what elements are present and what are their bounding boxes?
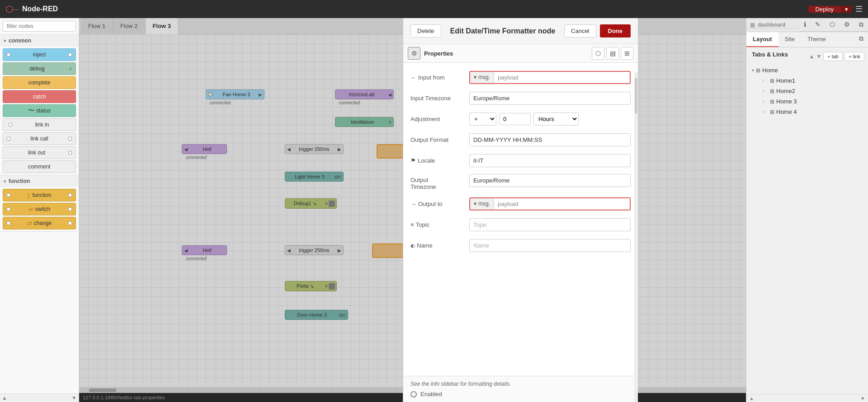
sort-down-btn[interactable]: ▼ — [816, 53, 821, 60]
output-format-field — [469, 133, 631, 146]
name-input[interactable] — [469, 239, 631, 252]
info-icon-btn[interactable]: ℹ — [799, 18, 811, 31]
palette-scroll-down[interactable]: ▼ — [71, 395, 77, 401]
locale-field — [469, 154, 631, 167]
comment-label: comment — [28, 164, 50, 170]
home4-arrow: › — [763, 109, 768, 114]
output-msg-prefix-arrow: ▾ — [474, 201, 476, 207]
external-icon-btn[interactable]: ⧉ — [854, 18, 868, 31]
node-link-out[interactable]: link out — [3, 146, 76, 159]
tree-root-home[interactable]: ▾ ⊞ Home — [750, 65, 864, 75]
filter-nodes-input[interactable] — [3, 21, 76, 32]
output-timezone-input[interactable] — [469, 174, 631, 187]
enabled-row: Enabled — [410, 391, 631, 397]
input-from-input[interactable] — [494, 72, 630, 83]
name-field — [469, 239, 631, 252]
adjustment-unit-select[interactable]: Hours Minutes Seconds — [533, 112, 579, 126]
output-format-label: Output Format — [410, 136, 469, 143]
output-to-input[interactable] — [494, 198, 630, 210]
node-link-call[interactable]: link call — [3, 132, 76, 145]
output-to-field: ▾ msg. — [469, 197, 631, 210]
node-debug[interactable]: debug ≡ — [3, 62, 76, 75]
node-link-in[interactable]: link in — [3, 118, 76, 131]
input-timezone-input[interactable] — [469, 92, 631, 105]
modal-header: Delete Edit Date/Time Formatter node Can… — [403, 18, 638, 44]
info-icon: ⬡ — [595, 50, 601, 57]
common-nodes: inject debug ≡ complete catch — [0, 47, 79, 175]
cancel-button[interactable]: Cancel — [564, 24, 596, 37]
tabs-links-title: Tabs & Links — [750, 51, 788, 58]
inject-port-left — [7, 53, 10, 56]
function-port-left — [7, 193, 10, 197]
debug-lines-icon: ≡ — [69, 66, 72, 71]
export-icon: ▤ — [610, 50, 616, 57]
home1-label: Home1 — [776, 77, 795, 84]
deploy-button[interactable]: Deploy — [808, 6, 841, 13]
node-switch[interactable]: ⇌ switch — [3, 203, 76, 215]
node-inject[interactable]: inject — [3, 48, 76, 61]
done-button[interactable]: Done — [600, 24, 631, 37]
adjustment-sign-select[interactable]: + - — [469, 112, 496, 126]
edit-node-panel: Delete Edit Date/Time Formatter node Can… — [403, 18, 638, 402]
adjustment-number[interactable] — [499, 113, 531, 125]
name-row: ⬖ Name — [410, 238, 631, 252]
properties-tab[interactable]: ⚙ — [408, 47, 420, 60]
deploy-dropdown[interactable]: ▾ — [841, 6, 852, 13]
node-function[interactable]: ƒ function — [3, 189, 76, 201]
output-to-prefix[interactable]: ▾ msg. — [470, 198, 494, 210]
menu-button[interactable]: ☰ — [855, 4, 863, 14]
sort-up-btn[interactable]: ▲ — [809, 53, 814, 60]
settings-icon-btn[interactable]: ⚙ — [840, 18, 854, 31]
input-timezone-field — [469, 92, 631, 105]
tag-icon: ⬖ — [410, 242, 415, 249]
modal-body: ← Input from ▾ msg. — [403, 63, 638, 376]
node-change[interactable]: ⇄ change — [3, 217, 76, 229]
palette-scroll-up[interactable]: ▲ — [2, 395, 7, 401]
output-timezone-field — [469, 174, 631, 187]
topic-input[interactable] — [469, 218, 631, 231]
layout-tab[interactable]: Layout — [746, 32, 778, 47]
tree-child-home1[interactable]: › ⊞ Home1 — [761, 75, 864, 86]
tabs-tree: ▾ ⊞ Home › ⊞ Home1 › ⊞ Home2 — [750, 65, 864, 117]
node-catch[interactable]: catch — [3, 90, 76, 103]
home2-icon: ⊞ — [770, 88, 774, 94]
node-comment[interactable]: comment — [3, 160, 76, 173]
tree-child-home2[interactable]: › ⊞ Home2 — [761, 86, 864, 96]
tree-child-home4[interactable]: › ⊞ Home 4 — [761, 107, 864, 117]
app-title: Node-RED — [22, 5, 58, 13]
external-link-btn[interactable]: ⧉ — [854, 32, 868, 47]
add-link-btn[interactable]: + link — [844, 52, 864, 61]
topic-field — [469, 218, 631, 231]
input-timezone-label: Input Timezone — [410, 95, 469, 102]
edit-icon-btn[interactable]: ✎ — [811, 18, 825, 31]
layout-tab-icon[interactable]: ⊞ — [621, 47, 633, 60]
tree-child-home3[interactable]: › ⊞ Home 3 — [761, 96, 864, 107]
export-tab-icon[interactable]: ▤ — [606, 47, 619, 60]
layout-icon: ⊞ — [624, 50, 630, 57]
home2-arrow: › — [763, 89, 768, 93]
input-from-wrap: ▾ msg. — [469, 71, 631, 84]
site-tab[interactable]: Site — [778, 32, 801, 47]
enabled-radio[interactable] — [410, 391, 417, 397]
home3-icon: ⊞ — [770, 98, 774, 105]
info-tab-icon[interactable]: ⬡ — [592, 47, 604, 60]
node-complete[interactable]: complete — [3, 76, 76, 89]
output-format-input[interactable] — [469, 133, 631, 146]
locale-text: Locale — [418, 157, 435, 164]
locale-input[interactable] — [469, 154, 631, 167]
output-to-wrap: ▾ msg. — [469, 197, 631, 210]
right-scroll-down[interactable]: ▼ — [859, 395, 866, 402]
output-msg-prefix-text: msg. — [478, 201, 490, 207]
theme-tab[interactable]: Theme — [801, 32, 832, 47]
tree-root-arrow: ▾ — [752, 68, 754, 73]
category-function-header[interactable]: ▾ function — [0, 175, 79, 187]
category-common: ▾ common inject debug ≡ complete — [0, 35, 79, 175]
config-icon-btn[interactable]: ⬡ — [825, 18, 840, 31]
delete-button[interactable]: Delete — [410, 24, 441, 37]
input-from-prefix[interactable]: ▾ msg. — [470, 72, 494, 83]
node-status[interactable]: 〜 status — [3, 104, 76, 117]
modal-scrollbar[interactable] — [634, 72, 638, 402]
category-common-header[interactable]: ▾ common — [0, 35, 79, 47]
add-tab-btn[interactable]: + tab — [823, 52, 843, 61]
right-scroll-up[interactable]: ▲ — [748, 395, 755, 402]
